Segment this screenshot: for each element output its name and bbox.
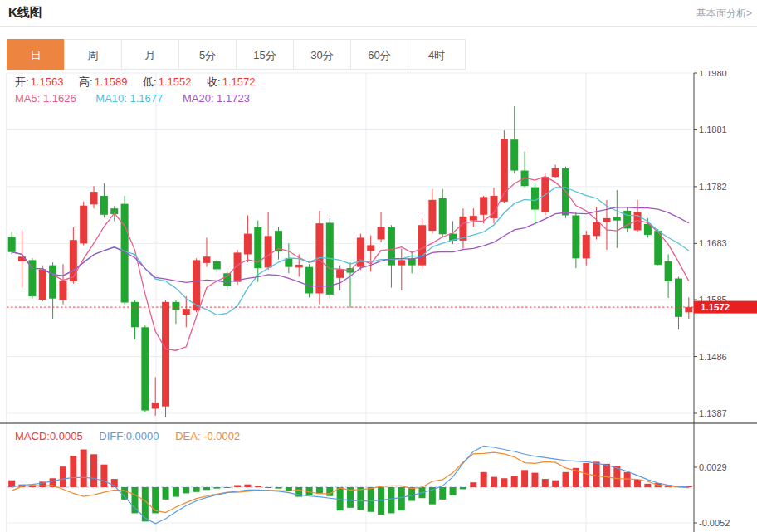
macd-bar — [531, 473, 538, 487]
macd-bar — [60, 466, 66, 487]
macd-bar — [470, 482, 476, 487]
macd-bar — [183, 487, 189, 493]
macd-bar — [624, 472, 631, 487]
macd-bar — [491, 477, 497, 487]
candle-body — [39, 269, 46, 300]
candle-body — [265, 236, 272, 267]
candle-body — [203, 256, 210, 263]
candle-body — [244, 234, 252, 255]
macd-bar — [583, 463, 589, 487]
macd-bar — [603, 464, 610, 487]
macd-bar — [152, 487, 159, 513]
tab-5min[interactable]: 5分 — [178, 39, 237, 70]
macd-bar — [163, 487, 169, 500]
macd-bar — [131, 487, 138, 513]
tab-15min[interactable]: 15分 — [236, 39, 294, 70]
macd-bar — [275, 487, 281, 489]
tab-4hour[interactable]: 4时 — [408, 39, 466, 70]
macd-bar — [193, 487, 200, 492]
candle-body — [213, 261, 221, 270]
candle-body — [183, 309, 190, 315]
macd-bar — [224, 487, 231, 488]
macd-bar — [563, 472, 569, 487]
macd-bar — [234, 486, 241, 487]
candle-body — [480, 197, 487, 214]
kline-page: K线图 基本面分析> 日周月5分15分30分60分4时 1.19801.1881… — [0, 0, 757, 532]
candle-body — [100, 196, 108, 215]
candle-body — [510, 139, 518, 170]
candle-body — [398, 260, 405, 265]
candle-body — [172, 302, 179, 310]
price-tick-label: 1.1980 — [699, 71, 727, 78]
tab-month[interactable]: 月 — [121, 39, 179, 70]
fundamental-analysis-link[interactable]: 基本面分析> — [696, 7, 752, 21]
price-tick-label: 1.1486 — [699, 352, 727, 362]
macd-bar — [398, 487, 405, 510]
chart-area: 1.19801.18811.17821.16831.15851.14861.13… — [0, 71, 757, 532]
macd-bar — [368, 487, 374, 512]
macd-bar — [511, 476, 518, 487]
candle-body — [295, 265, 303, 267]
k-line-chart[interactable]: 1.19801.18811.17821.16831.15851.14861.13… — [0, 71, 757, 532]
tab-30min[interactable]: 30分 — [293, 39, 351, 70]
macd-legend: MACD:0.0005 DIFF:0.0000 DEA: -0.0002 — [15, 430, 253, 442]
candle-body — [90, 192, 98, 204]
candle-body — [531, 188, 539, 210]
low-value: 1.1552 — [159, 76, 192, 88]
macd-bar — [255, 486, 261, 487]
macd-bar — [121, 487, 128, 500]
ma10-value: MA10: 1.1677 — [95, 92, 163, 105]
candle-body — [305, 267, 313, 294]
macd-tick-label: 0.0029 — [699, 462, 727, 472]
last-price-label: 1.1572 — [701, 302, 730, 312]
candle-body — [162, 302, 169, 407]
close-label: 收: — [207, 76, 221, 88]
candle-body — [613, 217, 621, 221]
candle-body — [470, 216, 477, 221]
macd-bar — [100, 465, 107, 487]
candle-body — [152, 403, 159, 409]
dea-value: DEA: -0.0002 — [175, 430, 240, 442]
macd-bar — [388, 487, 394, 513]
candle-body — [8, 237, 16, 252]
timeframe-tabs: 日周月5分15分30分60分4时 — [7, 39, 466, 70]
tab-60min[interactable]: 60分 — [350, 39, 408, 70]
macd-bar — [244, 485, 251, 487]
tab-day[interactable]: 日 — [7, 39, 65, 70]
macd-bar — [439, 487, 446, 500]
macd-bar — [90, 454, 97, 487]
page-title: K线图 — [8, 5, 42, 21]
macd-bar — [450, 487, 457, 495]
macd-bar — [408, 487, 415, 501]
candle-body — [336, 269, 344, 277]
ma5-value: MA5: 1.1626 — [15, 92, 76, 105]
candle-body — [80, 206, 87, 244]
price-tick-label: 1.1387 — [699, 408, 727, 418]
ma20-value: MA20: 1.1723 — [183, 92, 250, 105]
macd-bar — [70, 456, 76, 487]
candle-body — [141, 327, 149, 410]
candle-body — [49, 266, 56, 299]
macd-bar — [326, 487, 333, 496]
macd-bar — [552, 481, 559, 487]
candle-body — [418, 225, 426, 265]
high-value: 1.1589 — [95, 76, 128, 88]
macd-bar — [357, 487, 364, 510]
macd-bar — [521, 470, 528, 487]
candle-body — [685, 307, 692, 312]
price-tick-label: 1.1782 — [699, 182, 727, 192]
tab-week[interactable]: 周 — [64, 39, 122, 70]
candle-body — [593, 222, 600, 237]
macd-bar — [286, 487, 292, 491]
price-tick-label: 1.1881 — [699, 124, 727, 134]
candle-body — [603, 218, 610, 222]
diff-value: DIFF:0.0000 — [99, 430, 159, 442]
candle-body — [59, 281, 66, 300]
candle-body — [552, 168, 559, 177]
macd-bar — [8, 481, 15, 487]
macd-bar — [460, 487, 466, 489]
macd-bar — [316, 487, 323, 493]
candle-body — [583, 235, 590, 258]
page-header: K线图 基本面分析> — [0, 0, 757, 27]
low-label: 低: — [143, 76, 157, 88]
